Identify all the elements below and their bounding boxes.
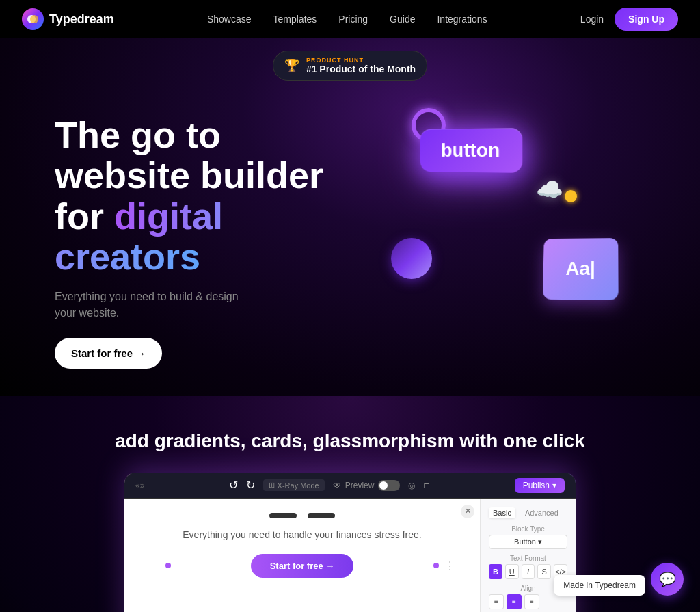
hero-visual: button ☁️ Aa| bbox=[350, 101, 645, 334]
hero-heading-line2: website builder bbox=[55, 155, 323, 196]
xray-badge[interactable]: ⊞ X-Ray Mode bbox=[263, 479, 325, 491]
cloud-decoration: ☁️ bbox=[536, 176, 563, 202]
toolbar-left: «» bbox=[135, 481, 144, 490]
svg-point-1 bbox=[30, 15, 38, 23]
editor-toolbar: «» ↺ ↻ ⊞ X-Ray Mode 👁 Preview ◎ ⊏ bbox=[124, 473, 576, 499]
nav-links: Showcase Templates Pricing Guide Integra… bbox=[207, 13, 487, 25]
chevron-down-icon: ▾ bbox=[552, 481, 556, 490]
underline-button[interactable]: U bbox=[505, 564, 519, 579]
ph-text: PRODUCT HUNT #1 Product of the Month bbox=[306, 57, 416, 75]
align-right-button[interactable]: ≡ bbox=[524, 594, 539, 609]
ph-label: PRODUCT HUNT bbox=[306, 57, 416, 64]
logo[interactable]: Typedream bbox=[22, 8, 114, 30]
publish-button[interactable]: Publish ▾ bbox=[515, 478, 565, 493]
hero-heading-line3: for bbox=[55, 196, 104, 237]
editor-body: ✕ Everything you need to handle your fin… bbox=[124, 499, 576, 612]
ph-title: #1 Product of the Month bbox=[306, 64, 416, 75]
nav-integrations[interactable]: Integrations bbox=[437, 14, 487, 25]
login-button[interactable]: Login bbox=[580, 14, 604, 25]
hero-text: The go to website builder for digital cr… bbox=[55, 101, 350, 369]
panel-tabs: Basic Advanced bbox=[489, 507, 567, 518]
align-center-button[interactable]: ≡ bbox=[507, 594, 522, 609]
editor-canvas[interactable]: ✕ Everything you need to handle your fin… bbox=[124, 499, 480, 612]
nav-templates[interactable]: Templates bbox=[273, 14, 317, 25]
sphere-decoration bbox=[391, 238, 432, 279]
canvas-heading-lines bbox=[138, 513, 466, 518]
xray-label: X-Ray Mode bbox=[278, 481, 319, 490]
toggle-knob bbox=[379, 481, 388, 490]
italic-button[interactable]: I bbox=[522, 564, 535, 579]
drag-handle-icon[interactable]: ⋮ bbox=[444, 559, 455, 572]
preview-toggle: 👁 Preview bbox=[333, 480, 401, 491]
align-buttons: ≡ ≡ ≡ bbox=[489, 594, 567, 609]
block-type-field: Block Type Button ▾ bbox=[489, 525, 567, 549]
hero-subtext: Everything you need to build & design yo… bbox=[55, 289, 260, 321]
hero-content: The go to website builder for digital cr… bbox=[0, 81, 700, 396]
eye2-icon: ◎ bbox=[408, 481, 415, 490]
hero-cta-button[interactable]: Start for free → bbox=[55, 338, 162, 369]
close-button[interactable]: ✕ bbox=[461, 505, 474, 518]
strikethrough-button[interactable]: S bbox=[537, 564, 551, 579]
preview-switch[interactable] bbox=[378, 480, 400, 491]
nav-showcase[interactable]: Showcase bbox=[207, 14, 252, 25]
hero-heading: The go to website builder for digital cr… bbox=[55, 115, 350, 278]
selection-dot-left bbox=[165, 563, 171, 568]
yellow-dot-decoration bbox=[565, 190, 577, 202]
button-3d-element: button bbox=[420, 128, 523, 173]
feature-heading: add gradients, cards, glassmorphism with… bbox=[0, 430, 700, 452]
aa-card-decoration: Aa| bbox=[543, 238, 619, 300]
text-format-label: Text Format bbox=[489, 555, 567, 562]
publish-label: Publish bbox=[523, 481, 550, 490]
xray-icon: ⊞ bbox=[269, 481, 275, 490]
canvas-start-button[interactable]: Start for free → bbox=[251, 554, 354, 578]
nav-actions: Login Sign Up bbox=[580, 8, 678, 31]
nav-arrows-icon: «» bbox=[135, 481, 144, 490]
signup-button[interactable]: Sign Up bbox=[615, 8, 678, 31]
canvas-text: Everything you need to handle your finan… bbox=[138, 529, 466, 540]
eye-icon: 👁 bbox=[333, 481, 341, 490]
selection-dot-right bbox=[433, 563, 439, 568]
nav-pricing[interactable]: Pricing bbox=[338, 14, 368, 25]
hero-heading-line1: The go to bbox=[55, 114, 221, 155]
share-icon[interactable]: ⊏ bbox=[423, 481, 430, 490]
block-type-select[interactable]: Button ▾ bbox=[489, 535, 567, 549]
tab-basic[interactable]: Basic bbox=[489, 507, 515, 518]
heading-line-2 bbox=[308, 513, 335, 518]
preview-label: Preview bbox=[345, 481, 375, 490]
redo-icon[interactable]: ↻ bbox=[246, 479, 255, 492]
made-in-badge[interactable]: Made in Typedream bbox=[554, 575, 645, 596]
navbar: Typedream Showcase Templates Pricing Gui… bbox=[0, 0, 700, 38]
logo-text: Typedream bbox=[49, 12, 114, 27]
hero-section: 🏆 PRODUCT HUNT #1 Product of the Month T… bbox=[0, 38, 700, 396]
product-hunt-badge[interactable]: 🏆 PRODUCT HUNT #1 Product of the Month bbox=[273, 51, 427, 81]
logo-icon bbox=[22, 8, 44, 30]
align-left-button[interactable]: ≡ bbox=[489, 594, 504, 609]
block-type-value: Button bbox=[514, 537, 536, 546]
block-type-label: Block Type bbox=[489, 525, 567, 533]
undo-icon[interactable]: ↺ bbox=[229, 479, 238, 492]
chat-icon: 💬 bbox=[659, 571, 676, 587]
bold-button[interactable]: B bbox=[489, 564, 502, 579]
nav-guide[interactable]: Guide bbox=[390, 14, 415, 25]
toolbar-center: ↺ ↻ ⊞ X-Ray Mode 👁 Preview ◎ ⊏ bbox=[229, 479, 431, 492]
chat-bubble[interactable]: 💬 bbox=[651, 563, 684, 596]
canvas-button-wrapper: Start for free → ⋮ bbox=[138, 554, 466, 578]
tab-advanced[interactable]: Advanced bbox=[521, 507, 563, 518]
trophy-icon: 🏆 bbox=[284, 58, 299, 73]
heading-line-1 bbox=[269, 513, 297, 518]
text-format-field: Text Format B U I S </> bbox=[489, 555, 567, 579]
editor-preview: «» ↺ ↻ ⊞ X-Ray Mode 👁 Preview ◎ ⊏ bbox=[124, 473, 576, 612]
